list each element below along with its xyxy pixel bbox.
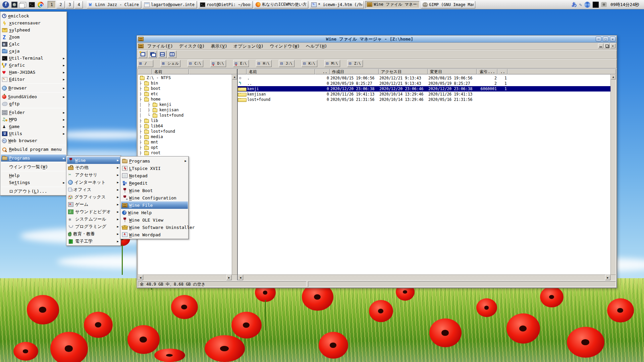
programs-submenu-item[interactable]: アクセサリ ▶: [67, 171, 120, 179]
start-menu-item[interactable]: Zoom ▶: [1, 34, 66, 41]
task-button[interactable]: 私なりのICEWMの使い方No5...: [254, 1, 308, 8]
tree-row[interactable]: ├ media: [138, 134, 237, 139]
wine-submenu-item[interactable]: Wine Software Uninstaller ▶: [121, 224, 188, 231]
start-menu-item[interactable]: ウインドウ一覧(W) ▶: [1, 163, 66, 170]
wine-submenu-item[interactable]: Wine File ▶: [121, 201, 188, 209]
start-menu-item[interactable]: Help ▶: [1, 172, 66, 179]
drive-button[interactable]: D:\: [210, 60, 226, 67]
start-menu-item[interactable]: MPD ▶: [1, 116, 66, 123]
file-row[interactable]: .. 0 2020/05/19 8:25:27 2020/12/21 9:13:…: [238, 81, 616, 86]
programs-submenu-item[interactable]: システムツール ▶: [67, 216, 120, 223]
tree-row[interactable]: ├ mnt: [138, 139, 237, 145]
start-menu-item[interactable]: caja ▶: [1, 48, 66, 55]
tree-row[interactable]: Z:\ - NTFS: [138, 75, 237, 80]
start-menu-item[interactable]: Game ▶: [1, 123, 66, 130]
start-button[interactable]: [2, 1, 9, 8]
grey-tray-icon[interactable]: [601, 2, 607, 7]
tree-row[interactable]: ├ lib: [138, 118, 237, 123]
task-button[interactable]: lagarto@power.interq.or...: [143, 1, 197, 8]
drive-button[interactable]: E:\: [233, 60, 249, 67]
cascade-windows-button[interactable]: [148, 51, 157, 58]
tree-row[interactable]: ├ lost+found: [138, 129, 237, 134]
start-menu-item[interactable]: Util-Terminal ▶: [1, 55, 66, 62]
maximize-button[interactable]: □: [603, 37, 608, 42]
new-window-button[interactable]: [139, 51, 147, 58]
start-menu-item[interactable]: sylpheed ▶: [1, 26, 66, 34]
file-row[interactable]: kenji 0 2020/12/20 23:06:38 2020/12/20 2…: [238, 86, 616, 92]
start-menu-item[interactable]: ログアウト(L)... ▶: [1, 188, 66, 195]
tree-row[interactable]: ├ root: [138, 150, 237, 156]
start-menu-item[interactable]: Rebuild program menu ▶: [1, 146, 66, 153]
scroll-up-icon[interactable]: ▲: [611, 74, 616, 79]
file-row[interactable]: lost+found 0 2020/05/16 21:31:56 2020/10…: [238, 97, 616, 102]
tree-row[interactable]: │ ├ kenjisan: [138, 107, 237, 113]
browser-launcher[interactable]: [37, 1, 44, 8]
programs-submenu-item[interactable]: 教育・教養 ▶: [67, 230, 120, 238]
start-menu-item[interactable]: Ham-JH1DAS ▶: [1, 69, 66, 76]
window-icon[interactable]: [138, 37, 144, 41]
drive-button[interactable]: K:\: [302, 60, 317, 67]
start-menu-item[interactable]: Calc ▶: [1, 41, 66, 48]
start-menu-item[interactable]: Grafic ▶: [1, 62, 66, 69]
programs-submenu-item[interactable]: オフィス ▶: [67, 186, 120, 193]
start-menu-item[interactable]: Browser ▶: [1, 84, 66, 92]
wine-submenu-item[interactable]: Regedit ▶: [121, 179, 188, 187]
start-menu-item[interactable]: emiclock ▶: [1, 12, 66, 19]
programs-submenu-item[interactable]: インターネット ▶: [67, 179, 120, 186]
start-menu-item[interactable]: Folder ▶: [1, 109, 66, 116]
programs-submenu-item[interactable]: グラフィックス ▶: [67, 193, 120, 201]
scroll-left-icon[interactable]: ◀: [238, 275, 243, 280]
drive-button[interactable]: Z:\: [347, 60, 363, 67]
column-name[interactable]: 名前: [247, 69, 315, 74]
file-row[interactable]: . 0 2020/08/15 19:06:56 2020/12/21 9:13:…: [238, 75, 616, 81]
workspace-button[interactable]: 1: [48, 1, 56, 8]
mdi-child-icon[interactable]: [138, 44, 144, 48]
wine-submenu-item[interactable]: Programs ▶: [121, 157, 188, 165]
column-links[interactable]: ..: [497, 69, 507, 74]
swirl-tray-icon[interactable]: [584, 2, 590, 8]
task-button[interactable]: Linn Jazz - Claire Mart...: [87, 1, 141, 8]
file-row[interactable]: kenjisan 0 2020/11/26 19:41:13 2020/10/1…: [238, 92, 616, 97]
tile-vertical-button[interactable]: [168, 51, 176, 58]
tree-row[interactable]: ├ bin: [138, 80, 237, 86]
start-menu-item[interactable]: gftp ▶: [1, 100, 66, 107]
tree-row[interactable]: ├ opt: [138, 145, 237, 150]
minimize-button[interactable]: –: [596, 37, 601, 42]
mdi-minimize-button[interactable]: [598, 44, 603, 48]
column-modified[interactable]: 変更日: [428, 69, 477, 74]
wine-submenu-item[interactable]: Wine Help ▶: [121, 209, 188, 216]
menu-bar-item[interactable]: 表示(V): [208, 43, 230, 50]
menu-bar-item[interactable]: ヘルプ(H): [303, 43, 330, 50]
scroll-up-icon[interactable]: ▲: [232, 74, 237, 79]
menu-bar-item[interactable]: オプション(O): [230, 43, 267, 50]
close-button[interactable]: ✕: [610, 37, 615, 42]
terminal-launcher[interactable]: [28, 1, 36, 8]
programs-submenu-item[interactable]: Wine ▶: [67, 157, 120, 164]
start-menu-item[interactable]: xscreensaver ▶: [1, 19, 66, 26]
tree-row[interactable]: ├ lib64: [138, 123, 237, 129]
tree-header-blank[interactable]: [138, 69, 152, 74]
wine-submenu-item[interactable]: Wine Configuration ▶: [121, 194, 188, 201]
task-button[interactable]: Wine ファイル マネージャ...: [365, 1, 420, 8]
tree-row[interactable]: ├ boot: [138, 86, 237, 91]
drive-button[interactable]: J:\: [279, 60, 294, 67]
workspace-button[interactable]: 4: [75, 1, 83, 8]
tree-header-name[interactable]: 名前: [152, 69, 189, 74]
tree-row[interactable]: │ └ lost+found: [138, 113, 237, 118]
mdi-restore-button[interactable]: [604, 44, 609, 48]
ime-tool-icon[interactable]: ✎: [579, 2, 582, 7]
menu-bar-item[interactable]: ディスク(D): [176, 43, 208, 50]
tree-row[interactable]: ├ etc: [138, 91, 237, 97]
start-menu-item[interactable]: Sound&Video ▶: [1, 93, 66, 100]
programs-submenu-item[interactable]: 電子工学 ▶: [67, 238, 120, 245]
workspace-button[interactable]: 3: [66, 1, 74, 8]
mdi-close-button[interactable]: ✕: [610, 44, 615, 48]
menu-bar-item[interactable]: ファイル(F): [144, 43, 176, 50]
programs-submenu-item[interactable]: その他 ▶: [67, 164, 120, 171]
tree-row[interactable]: │ ├ kenji: [138, 102, 237, 107]
programs-submenu-item[interactable]: サウンドとビデオ ▶: [67, 208, 120, 216]
workspace-button[interactable]: 2: [57, 1, 65, 8]
drive-button[interactable]: C:\: [187, 60, 203, 67]
wine-submenu-item[interactable]: Wine Boot ▶: [121, 187, 188, 194]
column-accessed[interactable]: アクセス日: [379, 69, 428, 74]
